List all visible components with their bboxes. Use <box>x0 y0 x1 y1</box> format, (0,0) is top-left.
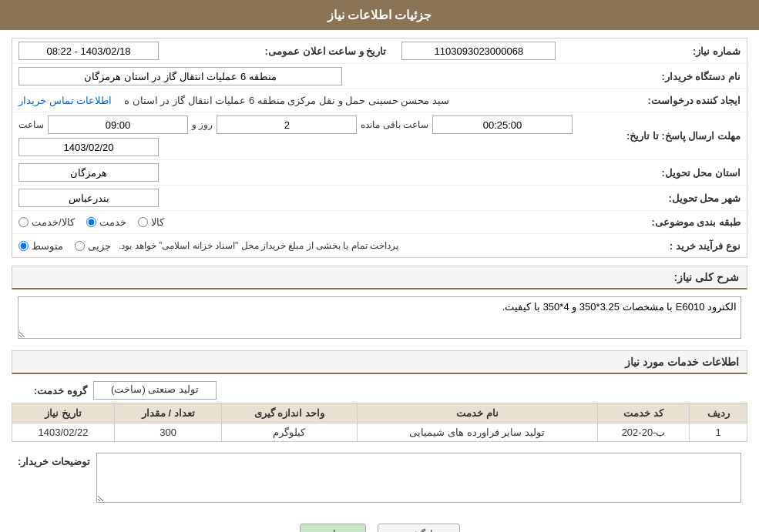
need-desc-wrapper: الکترود E6010 با مشخصات 3.25*350 و 4*350… <box>12 293 747 344</box>
cell-qty: 300 <box>115 423 222 442</box>
purchase-jozii-radio[interactable] <box>75 241 85 251</box>
need-description-textarea[interactable]: الکترود E6010 با مشخصات 3.25*350 و 4*350… <box>18 296 741 339</box>
deadline-label: مهلت ارسال پاسخ: تا تاریخ: <box>619 130 741 142</box>
deadline-days-label: روز و <box>192 119 213 130</box>
buyer-desc-textarea-wrapper <box>96 453 741 505</box>
page-title: جزئیات اطلاعات نیاز <box>327 8 432 22</box>
purchase-motavaset-label: متوسط <box>32 240 63 252</box>
category-value-cell: کالا/خدمت خدمت کالا <box>18 216 640 228</box>
col-service-code: کد خدمت <box>597 403 690 423</box>
province-value-cell <box>18 163 640 182</box>
purchase-type-radio-group: متوسط جزیی <box>18 240 111 252</box>
buyer-desc-row: توضیحات خریدار: <box>12 450 747 508</box>
row-city: شهر محل تحویل: <box>12 186 747 211</box>
page-wrapper: جزئیات اطلاعات نیاز شماره نیاز: تاریخ و … <box>0 0 759 532</box>
service-group-value: تولید صنعتی (ساخت) <box>111 383 199 395</box>
row-deadline: مهلت ارسال پاسخ: تا تاریخ: ساعت باقی مان… <box>12 112 747 160</box>
col-date: تاریخ نیاز <box>12 403 115 423</box>
col-unit: واحد اندازه گیری <box>222 403 357 423</box>
need-description-title-text: شرح کلی نیاز: <box>674 271 739 283</box>
announce-date-value-cell <box>18 42 257 60</box>
category-kala-label: کالا <box>151 216 164 228</box>
purchase-type-label: نوع فرآیند خرید : <box>640 240 741 252</box>
category-label: طبقه بندی موضوعی: <box>640 216 741 228</box>
category-kala-khedmat-label: کالا/خدمت <box>32 216 75 228</box>
category-khedmat[interactable]: خدمت <box>86 216 126 228</box>
buttons-row: بازگشت چاپ <box>12 514 747 532</box>
cell-row-num: 1 <box>690 423 747 442</box>
category-kala-khedmat[interactable]: کالا/خدمت <box>18 216 75 228</box>
service-table-head: ردیف کد خدمت نام خدمت واحد اندازه گیری ت… <box>12 403 747 423</box>
service-table: ردیف کد خدمت نام خدمت واحد اندازه گیری ت… <box>12 403 747 442</box>
buyer-desc-textarea[interactable] <box>96 453 741 503</box>
service-info-title: اطلاعات خدمات مورد نیاز <box>12 350 747 374</box>
cell-unit: کیلوگرم <box>222 423 357 442</box>
table-row: 1 ب-20-202 تولید سایر فراورده های شیمیای… <box>12 423 747 442</box>
purchase-type-note: پرداخت تمام یا بخشی از مبلغ خریداز محل "… <box>119 240 398 251</box>
service-group-value-cell: تولید صنعتی (ساخت) <box>93 381 741 400</box>
service-info-section: اطلاعات خدمات مورد نیاز تولید صنعتی (ساخ… <box>12 350 747 442</box>
row-category: طبقه بندی موضوعی: کالا/خدمت خدمت کالا <box>12 211 747 234</box>
city-value-cell <box>18 189 640 207</box>
province-input[interactable] <box>18 163 159 182</box>
category-kala[interactable]: کالا <box>138 216 164 228</box>
service-table-header-row: ردیف کد خدمت نام خدمت واحد اندازه گیری ت… <box>12 403 747 423</box>
province-label: استان محل تحویل: <box>640 167 741 179</box>
cell-service-code: ب-20-202 <box>597 423 690 442</box>
city-input[interactable] <box>18 189 159 207</box>
creator-value-cell: سید محسن حسینی حمل و نقل مرکزی منطقه 6 ع… <box>18 95 640 106</box>
cell-date: 1403/02/22 <box>12 423 115 442</box>
service-info-title-text: اطلاعات خدمات مورد نیاز <box>625 356 739 368</box>
need-desc-input-wrapper: الکترود E6010 با مشخصات 3.25*350 و 4*350… <box>18 296 741 341</box>
deadline-time-input[interactable] <box>48 115 188 134</box>
creator-contact-link[interactable]: اطلاعات تماس خریدار <box>18 95 112 106</box>
service-group-input: تولید صنعتی (ساخت) <box>93 381 217 400</box>
buyer-org-label: نام دستگاه خریدار: <box>640 71 741 82</box>
need-number-label: شماره نیاز: <box>640 45 741 57</box>
main-content: شماره نیاز: تاریخ و ساعت اعلان عمومی: نا… <box>0 30 759 532</box>
creator-label: ایجاد کننده درخواست: <box>640 95 741 106</box>
purchase-motavaset[interactable]: متوسط <box>18 240 63 252</box>
category-radio-group: کالا/خدمت خدمت کالا <box>18 216 164 228</box>
city-label: شهر محل تحویل: <box>640 192 741 204</box>
service-table-body: 1 ب-20-202 تولید سایر فراورده های شیمیای… <box>12 423 747 442</box>
purchase-jozii[interactable]: جزیی <box>75 240 111 252</box>
row-buyer-org: نام دستگاه خریدار: <box>12 64 747 89</box>
col-row-num: ردیف <box>690 403 747 423</box>
deadline-value-cell: ساعت باقی مانده روز و ساعت <box>18 115 619 156</box>
col-qty: تعداد / مقدار <box>115 403 222 423</box>
print-button[interactable]: چاپ <box>300 524 366 532</box>
deadline-days-input[interactable] <box>217 115 357 134</box>
row-need-number: شماره نیاز: تاریخ و ساعت اعلان عمومی: <box>12 38 747 64</box>
buyer-desc-label: توضیحات خریدار: <box>18 453 90 467</box>
purchase-type-value-cell: پرداخت تمام یا بخشی از مبلغ خریداز محل "… <box>18 240 640 252</box>
category-kala-khedmat-radio[interactable] <box>18 217 29 227</box>
purchase-jozii-label: جزیی <box>88 240 111 252</box>
page-header: جزئیات اطلاعات نیاز <box>0 0 759 30</box>
need-number-value-cell <box>401 42 640 60</box>
announce-date-input[interactable] <box>18 42 159 60</box>
buyer-org-input[interactable] <box>18 67 342 85</box>
row-creator: ایجاد کننده درخواست: سید محسن حسینی حمل … <box>12 89 747 112</box>
buyer-org-value-cell <box>18 67 640 85</box>
deadline-remaining-label: ساعت باقی مانده <box>361 119 428 130</box>
service-group-label: گروه خدمت: <box>18 385 87 396</box>
buyer-desc-section: توضیحات خریدار: <box>12 450 747 508</box>
row-province: استان محل تحویل: <box>12 160 747 186</box>
info-section: شماره نیاز: تاریخ و ساعت اعلان عمومی: نا… <box>12 38 747 258</box>
deadline-date-input[interactable] <box>18 138 159 156</box>
need-description-section: شرح کلی نیاز: الکترود E6010 با مشخصات 3.… <box>12 266 747 344</box>
back-button[interactable]: بازگشت <box>378 524 460 532</box>
creator-value: سید محسن حسینی حمل و نقل مرکزی منطقه 6 ع… <box>124 95 449 106</box>
category-khedmat-label: خدمت <box>99 216 126 228</box>
category-kala-radio[interactable] <box>138 217 148 227</box>
category-khedmat-radio[interactable] <box>86 217 96 227</box>
purchase-motavaset-radio[interactable] <box>18 241 29 251</box>
cell-service-name: تولید سایر فراورده های شیمیایی <box>357 423 597 442</box>
need-number-input[interactable] <box>401 42 556 60</box>
announce-date-label: تاریخ و ساعت اعلان عمومی: <box>257 45 387 57</box>
service-group-row: تولید صنعتی (ساخت) گروه خدمت: <box>12 378 747 403</box>
deadline-remaining-input[interactable] <box>432 115 573 134</box>
row-purchase-type: نوع فرآیند خرید : پرداخت تمام یا بخشی از… <box>12 234 747 257</box>
need-description-title: شرح کلی نیاز: <box>12 266 747 289</box>
